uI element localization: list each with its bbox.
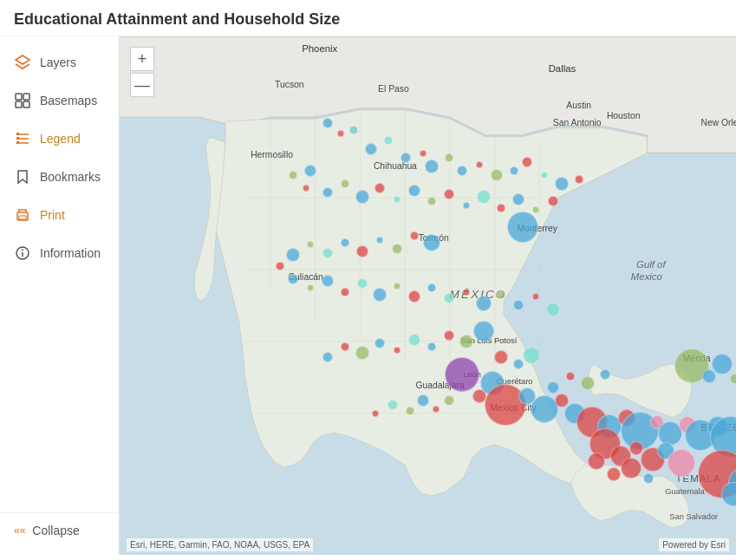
bookmarks-icon (14, 168, 31, 186)
svg-text:León: León (463, 370, 481, 379)
sidebar-item-label: Information (40, 246, 101, 260)
sidebar-item-label: Print (40, 208, 65, 222)
map-controls: + — (130, 47, 154, 97)
svg-text:El Paso: El Paso (378, 84, 409, 94)
svg-text:Dallas: Dallas (549, 63, 576, 74)
svg-text:Hermosillo: Hermosillo (251, 150, 293, 160)
svg-text:Querétaro: Querétaro (497, 377, 533, 386)
zoom-in-button[interactable]: + (130, 47, 154, 71)
sidebar-item-label: Legend (40, 132, 81, 146)
map-container[interactable]: Phoenix Dallas Birmingham Tucson El Paso… (120, 36, 736, 555)
sidebar-item-legend[interactable]: Legend (0, 120, 119, 158)
svg-text:New Orleans: New Orleans (701, 118, 736, 127)
svg-text:Austin: Austin (566, 101, 591, 110)
svg-point-14 (22, 250, 23, 251)
svg-text:Tucson: Tucson (275, 80, 304, 89)
page-title: Educational Attainment and Household Siz… (0, 0, 736, 36)
svg-text:MÉXICO: MÉXICO (450, 288, 506, 301)
sidebar-item-label: Bookmarks (40, 170, 101, 184)
map-attribution: Esri, HERE, Garmin, FAO, NOAA, USGS, EPA (127, 538, 313, 551)
sidebar-item-print[interactable]: Print (0, 196, 119, 234)
svg-text:Gulf of: Gulf of (636, 259, 667, 270)
collapse-label: Collapse (32, 524, 79, 537)
sidebar-item-basemaps[interactable]: Basemaps (0, 81, 119, 120)
svg-rect-7 (16, 133, 19, 135)
sidebar-item-label: Basemaps (40, 94, 97, 107)
svg-text:Mexico City: Mexico City (490, 403, 537, 413)
legend-icon (14, 130, 31, 147)
sidebar-item-layers[interactable]: Layers (0, 43, 119, 81)
svg-text:San Luis Potosí: San Luis Potosí (460, 336, 518, 345)
svg-text:Culiacán: Culiacán (289, 272, 323, 282)
svg-rect-11 (19, 216, 26, 219)
svg-text:Houston: Houston (607, 111, 641, 120)
svg-text:San Antonio: San Antonio (553, 118, 602, 127)
map-svg: Phoenix Dallas Birmingham Tucson El Paso… (120, 36, 736, 555)
svg-text:Guadalajara: Guadalajara (416, 381, 466, 390)
svg-rect-9 (16, 141, 19, 144)
svg-rect-8 (16, 137, 19, 140)
svg-text:Mérida: Mérida (683, 354, 711, 363)
info-icon (14, 244, 31, 262)
layers-icon (14, 54, 31, 71)
svg-rect-3 (23, 101, 29, 107)
svg-text:Chihuahua: Chihuahua (374, 161, 417, 171)
basemaps-icon (14, 92, 31, 109)
sidebar-item-bookmarks[interactable]: Bookmarks (0, 158, 119, 196)
svg-text:Guatemala: Guatemala (665, 487, 705, 496)
sidebar-item-label: Layers (40, 55, 76, 69)
sidebar: Layers Basemaps (0, 36, 120, 555)
collapse-button[interactable]: «« Collapse (0, 512, 119, 548)
map-powered-by: Powered by Esri (659, 538, 729, 551)
svg-rect-2 (16, 101, 22, 107)
svg-text:BELIZE: BELIZE (701, 422, 736, 433)
svg-text:Torreón: Torreón (419, 233, 449, 243)
print-icon (14, 206, 31, 224)
svg-text:HONDURA: HONDURA (733, 470, 736, 480)
zoom-out-button[interactable]: — (130, 73, 154, 97)
svg-text:Monterrey: Monterrey (517, 224, 557, 233)
sidebar-item-information[interactable]: Information (0, 234, 119, 272)
svg-text:Phoenix: Phoenix (302, 43, 337, 54)
collapse-icon: «« (14, 524, 25, 537)
svg-rect-1 (23, 94, 29, 100)
svg-text:Mexico: Mexico (631, 271, 662, 282)
svg-text:TEMALA: TEMALA (676, 473, 721, 484)
svg-text:San Salvador: San Salvador (669, 512, 718, 521)
svg-rect-0 (16, 94, 22, 100)
